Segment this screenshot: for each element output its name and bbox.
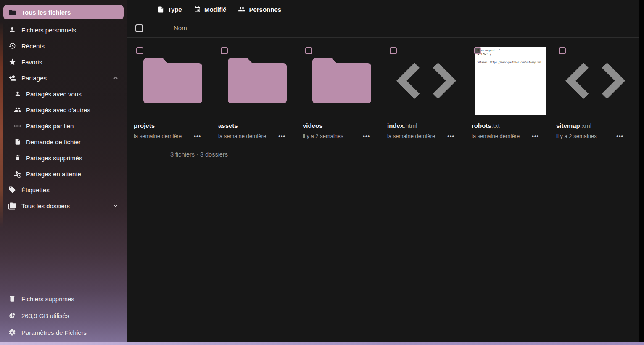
file-checkbox[interactable] (474, 47, 481, 54)
filter-modified-button[interactable]: Modifié (194, 6, 227, 13)
select-all-checkbox[interactable] (135, 24, 143, 32)
filter-label: Modifié (204, 6, 227, 13)
sidebar-item-label: Partages en attente (26, 170, 81, 178)
folder-icon (130, 45, 215, 117)
trash-icon (13, 153, 21, 162)
sidebar-item-label: Paramètres de Fichiers (21, 329, 87, 336)
link-icon (13, 121, 21, 130)
file-card-assets[interactable]: assets la semaine dernière••• (215, 38, 299, 144)
sidebar-item-recent[interactable]: Récents (3, 38, 124, 54)
person-icon (8, 25, 17, 34)
filter-label: Personnes (249, 6, 281, 13)
star-icon (8, 57, 17, 66)
file-checkbox[interactable] (136, 47, 143, 54)
file-modified: il y a 2 semaines (303, 133, 343, 139)
window-bottom-edge (0, 342, 644, 345)
text-preview-thumbnail: User-agent: * Allow: / Sitemap: https://… (475, 47, 546, 115)
file-name: projets (130, 117, 215, 129)
file-list-header: Nom (127, 19, 639, 38)
sidebar-item-label: Favoris (21, 58, 42, 66)
files-app-window: Tous les fichiers Fichiers personnels Ré… (0, 0, 644, 345)
folder-icon (215, 45, 299, 117)
sidebar-item-tags[interactable]: Étiquettes (3, 182, 124, 198)
sidebar: Tous les fichiers Fichiers personnels Ré… (0, 0, 127, 342)
pie-chart-icon (8, 311, 17, 320)
file-name: index.html (384, 117, 468, 129)
folder-icon (299, 45, 384, 117)
more-actions-button[interactable]: ••• (616, 133, 623, 139)
people-icon (238, 5, 245, 13)
sidebar-item-label: Récents (21, 42, 45, 50)
file-checkbox[interactable] (305, 47, 312, 54)
sidebar-item-deleted-shares[interactable]: Partages supprimés (9, 150, 124, 166)
sidebar-item-label: Tous les dossiers (21, 202, 70, 210)
file-modified: la semaine dernière (387, 133, 435, 139)
sidebar-item-personal-files[interactable]: Fichiers personnels (3, 22, 124, 38)
file-modified: la semaine dernière (218, 133, 266, 139)
sidebar-item-shared-with-you[interactable]: Partagés avec vous (9, 86, 124, 102)
more-actions-button[interactable]: ••• (278, 133, 285, 139)
more-actions-button[interactable]: ••• (532, 133, 539, 139)
sidebar-item-label: Partagés avec vous (26, 90, 82, 98)
file-name: sitemap.xml (553, 117, 637, 129)
file-checkbox[interactable] (390, 47, 397, 54)
sidebar-item-all-folders[interactable]: Tous les dossiers (3, 198, 124, 214)
sidebar-item-label: Partagés par lien (26, 122, 74, 130)
gear-icon (8, 328, 17, 337)
folders-icon (8, 201, 17, 210)
sidebar-item-quota[interactable]: 263,9 GB utilisés (3, 307, 124, 324)
sidebar-item-label: Fichiers supprimés (21, 295, 74, 303)
file-name: videos (299, 117, 384, 129)
file-name: robots.txt (468, 117, 553, 129)
file-card-sitemap-xml[interactable]: sitemap.xml il y a 2 semaines••• (553, 38, 637, 144)
file-count-summary: 3 fichiers · 3 dossiers (127, 144, 639, 158)
chevron-down-icon[interactable] (112, 202, 119, 210)
file-modified: la semaine dernière (472, 133, 520, 139)
filters-bar: Type Modifié Personnes (127, 0, 639, 19)
person-clock-icon (13, 169, 21, 178)
sidebar-item-shared-by-link[interactable]: Partagés par lien (9, 118, 124, 134)
more-actions-button[interactable]: ••• (363, 133, 370, 139)
files-main-content: Type Modifié Personnes Nom (127, 0, 639, 342)
file-checkbox[interactable] (559, 47, 566, 54)
file-card-projets[interactable]: projets la semaine dernière••• (130, 38, 215, 144)
sidebar-item-label: Partages (21, 74, 47, 82)
file-document-icon (13, 137, 21, 146)
text-file-preview: User-agent: * Allow: / Sitemap: https://… (468, 45, 553, 117)
sidebar-footer: Fichiers supprimés 263,9 GB utilisés Par… (0, 290, 127, 342)
filter-label: Type (168, 6, 182, 13)
sidebar-item-label: Fichiers personnels (21, 27, 76, 34)
sidebar-item-shares[interactable]: Partages (3, 70, 124, 86)
person-plus-icon (8, 73, 17, 82)
more-actions-button[interactable]: ••• (194, 133, 201, 139)
sidebar-item-label: Tous les fichiers (21, 9, 71, 16)
sidebar-item-files-settings[interactable]: Paramètres de Fichiers (3, 324, 124, 341)
file-checkbox[interactable] (221, 47, 228, 54)
filter-type-button[interactable]: Type (157, 6, 182, 13)
sidebar-item-all-files[interactable]: Tous les fichiers (3, 5, 124, 19)
file-card-robots-txt[interactable]: User-agent: * Allow: / Sitemap: https://… (468, 38, 553, 144)
sidebar-item-pending-shares[interactable]: Partages en attente (9, 166, 124, 182)
code-file-icon (553, 45, 637, 117)
folder-icon (8, 8, 17, 17)
file-grid: projets la semaine dernière••• assets la… (127, 38, 639, 144)
person-icon (13, 89, 21, 98)
file-card-videos[interactable]: videos il y a 2 semaines••• (299, 38, 384, 144)
sidebar-item-deleted-files[interactable]: Fichiers supprimés (3, 290, 124, 307)
sidebar-item-file-request[interactable]: Demande de fichier (9, 134, 124, 150)
file-name: assets (215, 117, 299, 129)
name-column-header[interactable]: Nom (174, 24, 187, 32)
file-card-index-html[interactable]: index.html la semaine dernière••• (384, 38, 468, 144)
more-actions-button[interactable]: ••• (447, 133, 454, 139)
window-right-edge (639, 0, 644, 342)
chevron-up-icon[interactable] (112, 74, 119, 82)
filter-people-button[interactable]: Personnes (238, 5, 281, 13)
file-modified: la semaine dernière (134, 133, 182, 139)
tag-icon (8, 185, 17, 194)
trash-icon (8, 294, 17, 303)
calendar-icon (194, 6, 201, 13)
history-clock-icon (8, 41, 17, 50)
sidebar-item-label: Partagés avec d'autres (26, 106, 90, 114)
sidebar-item-favorites[interactable]: Favoris (3, 54, 124, 70)
sidebar-item-shared-with-others[interactable]: Partagés avec d'autres (9, 102, 124, 118)
